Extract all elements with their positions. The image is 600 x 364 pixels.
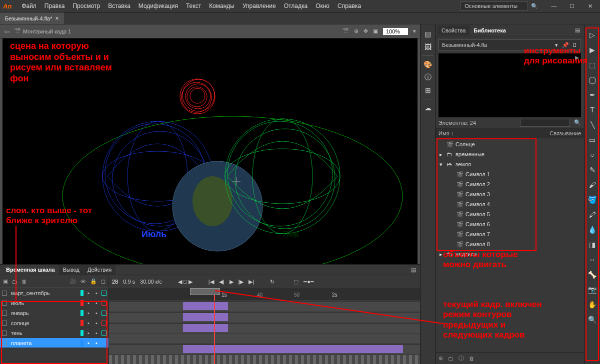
layer-lock-dot[interactable]: • (94, 320, 100, 326)
free-transform-tool-icon[interactable]: ⬚ (584, 57, 600, 72)
loop-icon[interactable]: ↻ (270, 279, 274, 285)
panel-library-icon[interactable]: 🖼 (420, 40, 435, 53)
zoom-input[interactable]: 100% (383, 28, 408, 35)
layer-row[interactable]: планета • • (0, 338, 108, 348)
clip-icon[interactable]: ▣ (373, 28, 378, 34)
menu-edit[interactable]: Правка (40, 0, 69, 11)
pin-icon[interactable]: 📌 (562, 42, 569, 48)
center-icon[interactable]: ✥ (364, 28, 368, 34)
width-tool-icon[interactable]: ↔ (584, 252, 600, 267)
new-doc-icon[interactable]: 🗋 (572, 42, 578, 48)
line-tool-icon[interactable]: ╲ (584, 117, 600, 132)
menu-debug[interactable]: Отладка (280, 0, 312, 11)
first-frame-icon[interactable]: |◀ (208, 279, 214, 285)
pen-tool-icon[interactable]: ✒ (584, 87, 600, 102)
library-item[interactable]: 🎬 Символ 1 (436, 169, 584, 179)
layer-row[interactable]: тень • • (0, 328, 108, 338)
bone-tool-icon[interactable]: 🦴 (584, 267, 600, 282)
menu-view[interactable]: Просмотр (68, 0, 104, 11)
col-link[interactable]: Связывание (550, 130, 581, 136)
zoom-dropdown-icon[interactable]: ▾ (413, 28, 416, 34)
panel-properties-icon[interactable]: ▤ (420, 27, 435, 40)
library-tree[interactable]: 🎬 Солнце▸ 🗀 временные▾ 🗁 земля 🎬 Символ … (436, 138, 584, 352)
subselect-tool-icon[interactable]: ▶ (584, 42, 600, 57)
lasso-tool-icon[interactable]: ◯ (584, 72, 600, 87)
new-folder-icon[interactable]: 🗀 (448, 356, 454, 362)
library-item[interactable]: 🎬 Символ 8 (436, 239, 584, 249)
library-item[interactable]: ▾ 🗁 земля (436, 159, 584, 169)
tab-actions[interactable]: Действия (84, 265, 116, 275)
chevron-icon[interactable]: ▾ (440, 161, 444, 168)
nav-back-icon[interactable]: ⇦ (4, 27, 10, 35)
menu-window[interactable]: Окно (312, 0, 334, 11)
menu-commands[interactable]: Команды (205, 0, 238, 11)
hand-tool-icon[interactable]: ✋ (584, 297, 600, 312)
last-frame-icon[interactable]: ▶| (248, 279, 254, 285)
layer-row[interactable]: март_сентябрь • • (0, 288, 108, 298)
menu-text[interactable]: Текст (182, 0, 205, 11)
timeline-frames[interactable]: 28 0.9 s 30.00 к/с ◀ □ ▶ |◀ ◀| ▶ |▶ ▶| ↻ (109, 275, 420, 364)
menu-help[interactable]: Справка (334, 0, 365, 11)
paintbucket-tool-icon[interactable]: 🪣 (584, 192, 600, 207)
layer-outline-toggle[interactable] (102, 341, 106, 346)
track-row[interactable] (109, 334, 420, 344)
layer-outline-toggle[interactable] (102, 301, 106, 306)
layer-visible-dot[interactable]: • (86, 300, 92, 306)
document-tab[interactable]: Безымянный-4.fla* × (0, 12, 64, 24)
zoom-tool-icon[interactable]: 🔍 (584, 312, 600, 327)
track-row[interactable] (109, 355, 420, 364)
rectangle-tool-icon[interactable]: ▭ (584, 132, 600, 147)
eraser-tool-icon[interactable]: ◨ (584, 237, 600, 252)
onion-range[interactable] (190, 288, 220, 295)
delete-icon[interactable]: 🗑 (469, 356, 474, 362)
menu-control[interactable]: Управление (238, 0, 280, 11)
pencil-tool-icon[interactable]: ✎ (584, 162, 600, 177)
layer-visible-dot[interactable]: • (86, 310, 92, 316)
layer-visible-dot[interactable]: • (86, 320, 92, 326)
layer-lock-dot[interactable]: • (94, 310, 100, 316)
library-item[interactable]: 🎬 Символ 6 (436, 219, 584, 229)
marker-icon[interactable]: ⬚ (294, 279, 298, 285)
panel-menu-icon[interactable]: ▤ (407, 267, 420, 273)
menu-insert[interactable]: Вставка (104, 0, 134, 11)
layer-outline-toggle[interactable] (102, 321, 106, 326)
window-minimize-button[interactable]: — (547, 1, 561, 10)
library-search-input[interactable] (520, 119, 570, 127)
play-icon[interactable]: ▶ (230, 279, 234, 285)
layer-lock-dot[interactable]: • (94, 330, 100, 336)
window-close-button[interactable]: ✕ (583, 1, 597, 10)
library-item[interactable]: ▸ 🗀 временные (436, 149, 584, 159)
library-item[interactable]: 🎬 Солнце (436, 139, 584, 149)
camera-icon[interactable]: 🎥 (70, 278, 76, 285)
panel-menu-icon[interactable]: ▤ (571, 27, 584, 33)
delete-layer-icon[interactable]: 🗑 (22, 279, 27, 285)
library-item[interactable]: 🎬 Символ 4 (436, 199, 584, 209)
tab-timeline[interactable]: Временная шкала (2, 265, 59, 275)
play-preview-icon[interactable]: ▶ (575, 54, 579, 61)
chevron-icon[interactable]: ▸ (440, 151, 444, 158)
layer-outline-toggle[interactable] (102, 291, 106, 296)
menu-file[interactable]: Файл (18, 0, 40, 11)
outline-icon[interactable]: ◻ (101, 278, 106, 285)
track-row[interactable] (109, 302, 420, 312)
col-name[interactable]: Имя ↑ (438, 130, 550, 136)
library-item[interactable]: 🎬 Символ 2 (436, 179, 584, 189)
onion-icon[interactable]: ◀ □ ▶ (178, 279, 192, 285)
panel-cc-icon[interactable]: ☁ (420, 101, 435, 114)
chevron-icon[interactable]: ▸ (440, 251, 444, 258)
prev-frame-icon[interactable]: ◀| (219, 279, 224, 285)
tab-properties[interactable]: Свойства (438, 25, 470, 35)
layer-outline-toggle[interactable] (102, 331, 106, 336)
library-item[interactable]: 🎬 Символ 7 (436, 229, 584, 239)
layer-lock-dot[interactable]: • (94, 290, 100, 296)
panel-info-icon[interactable]: ⓘ (420, 71, 435, 84)
panel-align-icon[interactable]: ⊞ (420, 84, 435, 97)
layer-row[interactable]: июль • • (0, 298, 108, 308)
stage-area[interactable]: Июль Янв (2, 38, 418, 264)
oval-tool-icon[interactable]: ○ (584, 147, 600, 162)
workspace-select[interactable]: Основные элементы (460, 1, 528, 10)
new-layer-icon[interactable]: ▣ (3, 278, 8, 285)
stage-canvas[interactable]: Июль Янв (0, 38, 420, 264)
text-tool-icon[interactable]: T (584, 102, 600, 117)
layer-visible-dot[interactable]: • (86, 340, 92, 346)
